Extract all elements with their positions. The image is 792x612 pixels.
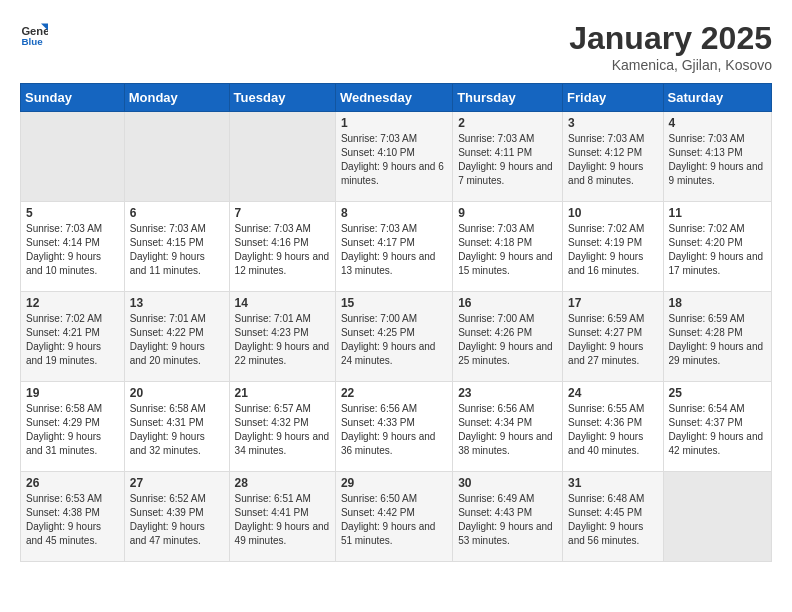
day-number: 21 xyxy=(235,386,330,400)
weekday-header-thursday: Thursday xyxy=(453,84,563,112)
day-info: Sunrise: 7:02 AM Sunset: 4:19 PM Dayligh… xyxy=(568,222,657,278)
calendar-cell: 10 Sunrise: 7:02 AM Sunset: 4:19 PM Dayl… xyxy=(563,202,663,292)
daylight-label: Daylight: 9 hours and 56 minutes. xyxy=(568,521,643,546)
sunset-label: Sunset: 4:12 PM xyxy=(568,147,642,158)
day-number: 31 xyxy=(568,476,657,490)
weekday-header-row: SundayMondayTuesdayWednesdayThursdayFrid… xyxy=(21,84,772,112)
day-info: Sunrise: 6:59 AM Sunset: 4:27 PM Dayligh… xyxy=(568,312,657,368)
daylight-label: Daylight: 9 hours and 36 minutes. xyxy=(341,431,436,456)
calendar-cell: 30 Sunrise: 6:49 AM Sunset: 4:43 PM Dayl… xyxy=(453,472,563,562)
day-number: 25 xyxy=(669,386,766,400)
calendar-week-row: 26 Sunrise: 6:53 AM Sunset: 4:38 PM Dayl… xyxy=(21,472,772,562)
sunrise-label: Sunrise: 7:02 AM xyxy=(568,223,644,234)
daylight-label: Daylight: 9 hours and 22 minutes. xyxy=(235,341,330,366)
daylight-label: Daylight: 9 hours and 16 minutes. xyxy=(568,251,643,276)
day-info: Sunrise: 6:53 AM Sunset: 4:38 PM Dayligh… xyxy=(26,492,119,548)
sunset-label: Sunset: 4:25 PM xyxy=(341,327,415,338)
day-number: 3 xyxy=(568,116,657,130)
day-info: Sunrise: 6:56 AM Sunset: 4:34 PM Dayligh… xyxy=(458,402,557,458)
day-info: Sunrise: 6:51 AM Sunset: 4:41 PM Dayligh… xyxy=(235,492,330,548)
day-number: 29 xyxy=(341,476,447,490)
sunset-label: Sunset: 4:19 PM xyxy=(568,237,642,248)
day-number: 15 xyxy=(341,296,447,310)
page-header: General Blue January 2025 Kamenica, Gjil… xyxy=(20,20,772,73)
day-number: 30 xyxy=(458,476,557,490)
sunrise-label: Sunrise: 7:03 AM xyxy=(130,223,206,234)
day-number: 7 xyxy=(235,206,330,220)
sunset-label: Sunset: 4:45 PM xyxy=(568,507,642,518)
calendar-cell: 9 Sunrise: 7:03 AM Sunset: 4:18 PM Dayli… xyxy=(453,202,563,292)
calendar-cell: 4 Sunrise: 7:03 AM Sunset: 4:13 PM Dayli… xyxy=(663,112,771,202)
sunset-label: Sunset: 4:29 PM xyxy=(26,417,100,428)
calendar-cell: 18 Sunrise: 6:59 AM Sunset: 4:28 PM Dayl… xyxy=(663,292,771,382)
daylight-label: Daylight: 9 hours and 17 minutes. xyxy=(669,251,764,276)
calendar-cell: 15 Sunrise: 7:00 AM Sunset: 4:25 PM Dayl… xyxy=(335,292,452,382)
sunrise-label: Sunrise: 6:50 AM xyxy=(341,493,417,504)
daylight-label: Daylight: 9 hours and 31 minutes. xyxy=(26,431,101,456)
calendar-cell: 13 Sunrise: 7:01 AM Sunset: 4:22 PM Dayl… xyxy=(124,292,229,382)
calendar-table: SundayMondayTuesdayWednesdayThursdayFrid… xyxy=(20,83,772,562)
day-number: 8 xyxy=(341,206,447,220)
sunset-label: Sunset: 4:17 PM xyxy=(341,237,415,248)
daylight-label: Daylight: 9 hours and 25 minutes. xyxy=(458,341,553,366)
sunset-label: Sunset: 4:38 PM xyxy=(26,507,100,518)
calendar-cell: 14 Sunrise: 7:01 AM Sunset: 4:23 PM Dayl… xyxy=(229,292,335,382)
weekday-header-tuesday: Tuesday xyxy=(229,84,335,112)
calendar-cell: 25 Sunrise: 6:54 AM Sunset: 4:37 PM Dayl… xyxy=(663,382,771,472)
day-number: 19 xyxy=(26,386,119,400)
day-number: 27 xyxy=(130,476,224,490)
calendar-cell: 29 Sunrise: 6:50 AM Sunset: 4:42 PM Dayl… xyxy=(335,472,452,562)
sunrise-label: Sunrise: 7:02 AM xyxy=(26,313,102,324)
daylight-label: Daylight: 9 hours and 7 minutes. xyxy=(458,161,553,186)
calendar-cell: 28 Sunrise: 6:51 AM Sunset: 4:41 PM Dayl… xyxy=(229,472,335,562)
calendar-cell: 26 Sunrise: 6:53 AM Sunset: 4:38 PM Dayl… xyxy=(21,472,125,562)
day-number: 5 xyxy=(26,206,119,220)
day-number: 1 xyxy=(341,116,447,130)
calendar-cell: 8 Sunrise: 7:03 AM Sunset: 4:17 PM Dayli… xyxy=(335,202,452,292)
weekday-header-friday: Friday xyxy=(563,84,663,112)
sunset-label: Sunset: 4:37 PM xyxy=(669,417,743,428)
sunset-label: Sunset: 4:26 PM xyxy=(458,327,532,338)
sunrise-label: Sunrise: 7:03 AM xyxy=(669,133,745,144)
daylight-label: Daylight: 9 hours and 9 minutes. xyxy=(669,161,764,186)
day-number: 13 xyxy=(130,296,224,310)
sunset-label: Sunset: 4:27 PM xyxy=(568,327,642,338)
sunrise-label: Sunrise: 6:58 AM xyxy=(130,403,206,414)
sunrise-label: Sunrise: 7:03 AM xyxy=(458,133,534,144)
day-info: Sunrise: 7:00 AM Sunset: 4:26 PM Dayligh… xyxy=(458,312,557,368)
sunrise-label: Sunrise: 6:48 AM xyxy=(568,493,644,504)
day-info: Sunrise: 7:02 AM Sunset: 4:20 PM Dayligh… xyxy=(669,222,766,278)
daylight-label: Daylight: 9 hours and 47 minutes. xyxy=(130,521,205,546)
sunrise-label: Sunrise: 7:03 AM xyxy=(341,223,417,234)
sunset-label: Sunset: 4:28 PM xyxy=(669,327,743,338)
sunset-label: Sunset: 4:16 PM xyxy=(235,237,309,248)
calendar-cell: 7 Sunrise: 7:03 AM Sunset: 4:16 PM Dayli… xyxy=(229,202,335,292)
day-info: Sunrise: 6:54 AM Sunset: 4:37 PM Dayligh… xyxy=(669,402,766,458)
sunset-label: Sunset: 4:43 PM xyxy=(458,507,532,518)
weekday-header-sunday: Sunday xyxy=(21,84,125,112)
day-info: Sunrise: 7:01 AM Sunset: 4:23 PM Dayligh… xyxy=(235,312,330,368)
sunrise-label: Sunrise: 6:53 AM xyxy=(26,493,102,504)
sunset-label: Sunset: 4:36 PM xyxy=(568,417,642,428)
weekday-header-monday: Monday xyxy=(124,84,229,112)
daylight-label: Daylight: 9 hours and 6 minutes. xyxy=(341,161,444,186)
day-info: Sunrise: 6:59 AM Sunset: 4:28 PM Dayligh… xyxy=(669,312,766,368)
daylight-label: Daylight: 9 hours and 38 minutes. xyxy=(458,431,553,456)
sunrise-label: Sunrise: 7:02 AM xyxy=(669,223,745,234)
daylight-label: Daylight: 9 hours and 53 minutes. xyxy=(458,521,553,546)
calendar-cell: 24 Sunrise: 6:55 AM Sunset: 4:36 PM Dayl… xyxy=(563,382,663,472)
calendar-week-row: 5 Sunrise: 7:03 AM Sunset: 4:14 PM Dayli… xyxy=(21,202,772,292)
calendar-cell xyxy=(229,112,335,202)
sunrise-label: Sunrise: 7:03 AM xyxy=(235,223,311,234)
day-number: 28 xyxy=(235,476,330,490)
day-info: Sunrise: 6:56 AM Sunset: 4:33 PM Dayligh… xyxy=(341,402,447,458)
calendar-cell: 11 Sunrise: 7:02 AM Sunset: 4:20 PM Dayl… xyxy=(663,202,771,292)
day-info: Sunrise: 6:48 AM Sunset: 4:45 PM Dayligh… xyxy=(568,492,657,548)
day-info: Sunrise: 7:03 AM Sunset: 4:13 PM Dayligh… xyxy=(669,132,766,188)
day-info: Sunrise: 7:03 AM Sunset: 4:15 PM Dayligh… xyxy=(130,222,224,278)
day-info: Sunrise: 6:50 AM Sunset: 4:42 PM Dayligh… xyxy=(341,492,447,548)
day-number: 2 xyxy=(458,116,557,130)
calendar-cell: 17 Sunrise: 6:59 AM Sunset: 4:27 PM Dayl… xyxy=(563,292,663,382)
sunset-label: Sunset: 4:33 PM xyxy=(341,417,415,428)
weekday-header-saturday: Saturday xyxy=(663,84,771,112)
